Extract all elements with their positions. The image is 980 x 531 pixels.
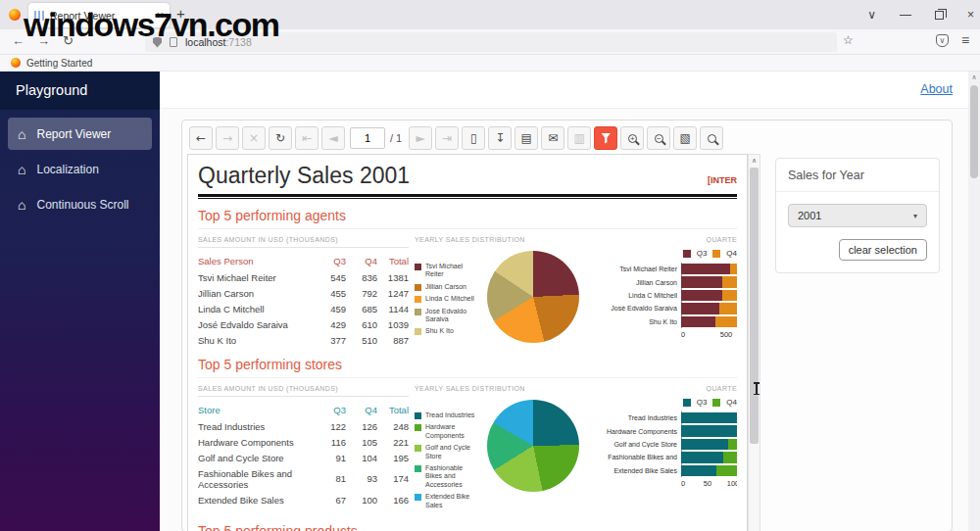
page-number-input[interactable] xyxy=(350,127,385,149)
year-select-value: 2001 xyxy=(798,210,821,221)
bookmark-star-icon[interactable]: ☆ xyxy=(843,33,854,47)
year-select[interactable]: 2001 ▾ xyxy=(788,204,927,227)
print-icon: ▤ xyxy=(521,132,532,144)
section-heading-products: Top 5 performing products xyxy=(198,523,737,531)
next-page-icon: ► xyxy=(416,132,425,144)
nav-refresh-icon[interactable]: ↻ xyxy=(63,33,74,48)
page-info-icon[interactable] xyxy=(170,37,177,47)
prev-page-button[interactable]: ◄ xyxy=(321,126,345,150)
print-button[interactable]: ▤ xyxy=(514,126,538,150)
minimize-button[interactable]: — xyxy=(900,8,911,22)
zoom-in-button[interactable]: + xyxy=(620,126,644,150)
bar-row-label: Shu K Ito xyxy=(603,318,681,325)
pie-chart[interactable] xyxy=(487,400,579,492)
nav-back-icon[interactable]: ← xyxy=(12,33,24,48)
report-viewer-panel: ←→×↻⇤◄/ 1►⇥▯↧▤✉▥+−▧ Quarterly Sales 2001… xyxy=(181,120,953,531)
main-header: About xyxy=(160,72,980,109)
firefox-icon xyxy=(9,9,21,21)
url-port: :7138 xyxy=(225,36,251,48)
bar-axis: 050100 xyxy=(681,479,737,490)
bar-row: José Edvaldo Saraiva xyxy=(603,302,737,314)
bar-axis: 0500 xyxy=(681,330,737,341)
search-button[interactable] xyxy=(700,126,723,150)
back-button[interactable]: ← xyxy=(189,126,213,150)
export-document-button[interactable]: ▯ xyxy=(462,126,485,150)
clear-selection-button[interactable]: clear selection xyxy=(839,239,927,261)
bookmark-getting-started[interactable]: Getting Started xyxy=(26,58,92,69)
title-rule xyxy=(198,194,737,199)
legend-item: Fashionable Bikes and Accessories xyxy=(415,464,479,489)
browser-scrollbar-thumb[interactable] xyxy=(970,85,978,178)
tabs-menu-icon[interactable]: ∨ xyxy=(867,8,876,22)
email-button[interactable]: ✉ xyxy=(541,126,564,150)
bar-row: Tread Industries xyxy=(603,411,737,424)
bar-row-label: Jillian Carson xyxy=(603,279,681,286)
section-heading: Top 5 performing agents xyxy=(198,208,737,223)
bar-row: Shu K Ito xyxy=(603,315,737,328)
cancel-button[interactable]: × xyxy=(242,126,266,150)
bar-row-label: Extended Bike Sales xyxy=(603,467,681,474)
legend-item: Shu K Ito xyxy=(415,327,479,335)
legend-item: José Edvaldo Saraiva xyxy=(415,308,479,324)
table-row: Shu K Ito377510887 xyxy=(198,332,409,348)
table-row: Extended Bike Sales67100166 xyxy=(198,492,409,507)
sidebar-item-label: Report Viewer xyxy=(36,127,111,141)
home-icon: ⌂ xyxy=(18,197,25,213)
app-content: Playground ⌂Report Viewer⌂Localization⌂C… xyxy=(0,72,980,531)
scroll-up-icon[interactable]: ∧ xyxy=(749,155,760,167)
sidebar-title: Playground xyxy=(0,72,160,110)
legend-item: Linda C Mitchell xyxy=(415,295,479,303)
next-page-button[interactable]: ► xyxy=(409,126,432,150)
refresh-button[interactable]: ↻ xyxy=(269,126,292,150)
filter-button[interactable] xyxy=(594,126,617,150)
menu-icon[interactable]: ≡ xyxy=(961,32,969,48)
shield-icon[interactable] xyxy=(153,37,162,48)
bar-row-label: Linda C Mitchell xyxy=(603,292,681,299)
filter-icon xyxy=(601,133,611,144)
first-page-button[interactable]: ⇤ xyxy=(295,126,318,150)
browser-scrollbar[interactable]: ∧ xyxy=(968,72,980,531)
bar-row: Tsvi Michael Reiter xyxy=(603,263,737,275)
tab-favicon-icon xyxy=(34,11,44,21)
zoom-out-button[interactable]: − xyxy=(647,126,670,150)
tab-close-icon[interactable]: × xyxy=(156,8,164,23)
bar-row-label: Hardware Components xyxy=(603,428,681,435)
bar-chart[interactable]: Tsvi Michael ReiterJillian CarsonLinda C… xyxy=(681,263,737,328)
chevron-down-icon: ▾ xyxy=(913,212,917,220)
sidebar: Playground ⌂Report Viewer⌂Localization⌂C… xyxy=(0,72,160,531)
fit-page-icon: ▧ xyxy=(680,132,691,144)
report-badge: [INTER xyxy=(708,175,737,185)
last-page-button[interactable]: ⇥ xyxy=(435,126,459,150)
restore-button[interactable] xyxy=(935,11,944,20)
report-scrollbar[interactable]: ∧ xyxy=(748,154,760,531)
report-title: Quarterly Sales 2001 xyxy=(198,163,410,189)
browser-tab[interactable]: Report Viewer × xyxy=(28,3,170,27)
url-bar[interactable]: localhost:7138 xyxy=(145,32,837,52)
forward-button[interactable]: → xyxy=(216,126,239,150)
nav-forward-icon[interactable]: → xyxy=(37,33,50,48)
pie-legend: Tsvi Michael ReiterJillian CarsonLinda C… xyxy=(415,263,479,340)
sidebar-item-continuous-scroll[interactable]: ⌂Continuous Scroll xyxy=(8,188,152,220)
scrollbar-thumb[interactable] xyxy=(750,168,759,444)
cancel-icon: × xyxy=(249,132,259,144)
fit-page-button[interactable]: ▧ xyxy=(673,126,697,150)
legend-item: Hardware Components xyxy=(415,423,479,440)
scroll-up-icon[interactable]: ∧ xyxy=(968,72,980,83)
first-page-icon: ⇤ xyxy=(302,132,312,144)
sidebar-item-report-viewer[interactable]: ⌂Report Viewer xyxy=(8,118,152,150)
bar-row-label: José Edvaldo Saraiva xyxy=(603,305,681,312)
filter-panel: Sales for Year 2001 ▾ clear selection xyxy=(775,158,940,273)
about-link[interactable]: About xyxy=(920,82,953,96)
new-tab-button[interactable]: + xyxy=(176,5,185,22)
table-row: Linda C Mitchell4596851144 xyxy=(198,301,409,316)
bar-chart[interactable]: Tread IndustriesHardware ComponentsGolf … xyxy=(681,411,737,477)
bar-row: Hardware Components xyxy=(603,424,737,437)
pie-chart[interactable] xyxy=(487,251,579,343)
pocket-icon[interactable]: ∨ xyxy=(936,34,949,47)
table-row: Tsvi Michael Reiter5458361381 xyxy=(198,269,409,285)
save-button[interactable]: ▥ xyxy=(567,126,591,150)
download-button[interactable]: ↧ xyxy=(488,126,512,150)
close-window-button[interactable]: × xyxy=(967,8,974,22)
table-row: Fashionable Bikes and Accessories8193174 xyxy=(198,465,409,492)
sidebar-item-localization[interactable]: ⌂Localization xyxy=(8,153,152,185)
